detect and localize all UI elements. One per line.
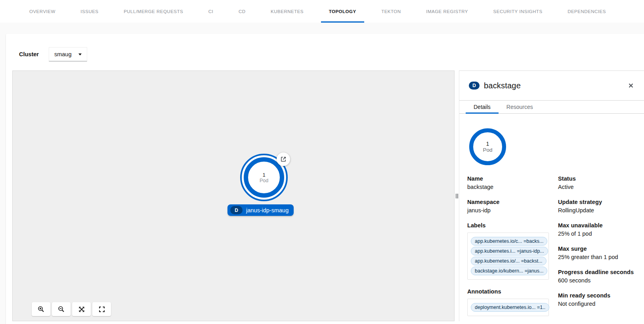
header-tab-label: SECURITY INSIGHTS [493, 9, 543, 14]
page-background: Cluster smaug 1 Pod [0, 23, 644, 324]
label-chip[interactable]: backstage.io/kubern... =janus... [471, 267, 547, 275]
caret-down-icon [78, 53, 82, 55]
label-chip-text: app.kubernetes.io/c... =backs... [475, 238, 543, 244]
fit-to-screen-button[interactable] [72, 302, 91, 316]
header-tab-label: TOPOLOGY [329, 9, 356, 14]
field-labels: Labels app.kubernetes.io/c... =backs... [467, 222, 558, 280]
labels-chip-group: app.kubernetes.io/c... =backs... app.kub… [467, 233, 549, 280]
zoom-out-button[interactable] [52, 302, 71, 316]
detail-field: Min ready seconds Not configured [558, 292, 636, 307]
fullscreen-button[interactable] [92, 302, 111, 316]
side-panel-body: 1 Pod Name backstage Namespace janus-idp [459, 114, 644, 321]
header-tab[interactable]: CD [232, 0, 252, 23]
field-value: backstage [467, 184, 558, 190]
node-label[interactable]: D janus-idp-smaug [227, 204, 294, 216]
header-tab-label: PULL/MERGE REQUESTS [124, 9, 183, 14]
close-icon [628, 83, 634, 88]
panel-tab[interactable]: Details [466, 101, 499, 113]
field-label: Namespace [467, 199, 558, 205]
panel-title: backstage [484, 81, 521, 90]
pod-donut-count: 1 [486, 141, 489, 147]
annotation-chip[interactable]: deployment.kubernetes.io... =1.. [471, 303, 549, 312]
deployment-kind-badge: D [469, 82, 480, 90]
header-tab-label: DEPENDENCIES [568, 9, 606, 14]
label-chip[interactable]: app.kubernetes.io/... =backst... [471, 257, 547, 265]
panel-tab-label: Details [474, 104, 491, 110]
header-tab-label: CD [239, 9, 246, 14]
detail-field: Status Active [558, 175, 636, 190]
field-annotations: Annotations deployment.kubernetes.io... … [467, 288, 558, 316]
pod-count-label: Pod [260, 178, 268, 183]
field-namespace: Namespace janus-idp [467, 199, 558, 213]
zoom-out-icon [58, 306, 65, 313]
deployment-kind-badge: D [230, 206, 243, 214]
canvas-controls [32, 302, 111, 316]
close-button[interactable] [627, 81, 635, 90]
field-value: RollingUpdate [558, 207, 636, 213]
side-panel-tabs: Details Resources [459, 101, 644, 114]
label-chip[interactable]: app.kubernetes.i... =janus-idp... [471, 247, 548, 255]
header-tab-label: ISSUES [80, 9, 98, 14]
field-label: Update strategy [558, 199, 636, 205]
entity-tab-bar: OVERVIEW ISSUES PULL/MERGE REQUESTS CI C… [0, 0, 644, 23]
open-url-decorator[interactable] [277, 152, 290, 166]
details-column-left: Name backstage Namespace janus-idp Label… [467, 175, 558, 321]
annotation-chip-text: deployment.kubernetes.io... =1.. [475, 305, 545, 310]
header-tab-label: TEKTON [381, 9, 401, 14]
header-tab[interactable]: IMAGE REGISTRY [420, 0, 474, 23]
side-panel: D backstage Details [459, 71, 644, 321]
fullscreen-icon [99, 306, 105, 313]
drag-handle-icon [456, 194, 458, 198]
field-label: Progress deadline seconds [558, 269, 636, 275]
header-tab[interactable]: CI [202, 0, 220, 23]
detail-field: Progress deadline seconds 600 seconds [558, 269, 636, 284]
panel-tab[interactable]: Resources [499, 101, 541, 113]
field-label: Min ready seconds [558, 292, 636, 299]
header-tab-label: CI [208, 9, 214, 14]
zoom-in-button[interactable] [32, 302, 50, 316]
field-value: 25% of 1 pod [558, 231, 636, 237]
field-value: janus-idp [467, 207, 558, 213]
topology-view: 1 Pod D janus-idp-smaug [12, 71, 644, 321]
label-chip-text: app.kubernetes.i... =janus-idp... [475, 248, 544, 254]
panel-tab-label: Resources [506, 104, 533, 110]
field-label: Max surge [558, 246, 636, 252]
panel-resize-handle[interactable] [455, 71, 459, 321]
field-label: Labels [467, 222, 558, 229]
pod-donut-label: Pod [483, 147, 492, 153]
annotations-chip-group: deployment.kubernetes.io... =1.. [467, 299, 549, 316]
header-tab[interactable]: OVERVIEW [23, 0, 62, 23]
cluster-row: Cluster smaug [19, 47, 644, 61]
topology-card: Cluster smaug 1 Pod [6, 34, 644, 324]
detail-field: Max unavailable 25% of 1 pod [558, 222, 636, 237]
field-value: 25% greater than 1 pod [558, 254, 636, 260]
header-tab[interactable]: PULL/MERGE REQUESTS [117, 0, 189, 23]
topology-canvas[interactable]: 1 Pod D janus-idp-smaug [12, 71, 455, 321]
cluster-select[interactable]: smaug [49, 47, 87, 61]
label-chip-text: app.kubernetes.io/... =backst... [475, 258, 543, 264]
field-label: Name [467, 175, 558, 182]
label-chip[interactable]: app.kubernetes.io/c... =backs... [471, 237, 547, 246]
field-label: Annotations [467, 288, 558, 295]
field-value: 600 seconds [558, 277, 636, 284]
header-tab[interactable]: TEKTON [375, 0, 407, 23]
external-link-icon [280, 156, 287, 162]
header-tab[interactable]: TOPOLOGY [323, 0, 363, 23]
header-tab[interactable]: ISSUES [74, 0, 105, 23]
field-value: Active [558, 184, 636, 190]
detail-field: Update strategy RollingUpdate [558, 199, 636, 213]
header-tab[interactable]: DEPENDENCIES [561, 0, 612, 23]
header-tab[interactable]: SECURITY INSIGHTS [487, 0, 549, 23]
cluster-select-value: smaug [54, 51, 72, 57]
detail-field: Max surge 25% greater than 1 pod [558, 246, 636, 260]
field-label: Max unavailable [558, 222, 636, 229]
pod-donut[interactable]: 1 Pod [469, 128, 506, 165]
field-name: Name backstage [467, 175, 558, 190]
header-tab[interactable]: KUBERNETES [264, 0, 310, 23]
details-grid: Name backstage Namespace janus-idp Label… [467, 175, 636, 321]
header-tab-label: KUBERNETES [271, 9, 304, 14]
side-panel-header: D backstage [459, 71, 644, 101]
node-label-text: janus-idp-smaug [246, 207, 289, 213]
cluster-label: Cluster [19, 51, 39, 57]
label-chip-text: backstage.io/kubern... =janus... [475, 268, 543, 274]
